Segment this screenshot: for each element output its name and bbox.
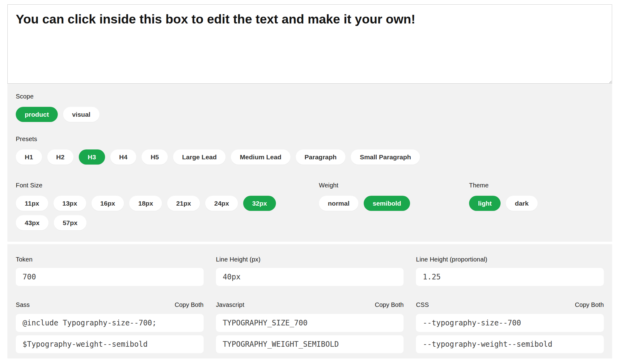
token-column: Token bbox=[16, 256, 204, 286]
font-size-option-57px[interactable]: 57px bbox=[54, 215, 87, 230]
line-height-proportional-column: Line Height (proportional) bbox=[416, 256, 604, 286]
presets-group: Presets H1 H2 H3 H4 H5 Large Lead Medium… bbox=[16, 136, 604, 165]
font-size-option-21px[interactable]: 21px bbox=[167, 196, 200, 211]
font-size-options: 11px 13px 16px 18px 21px 24px 32px 43px … bbox=[16, 196, 312, 230]
preset-option-medium-lead[interactable]: Medium Lead bbox=[231, 149, 290, 165]
css-label: CSS bbox=[416, 301, 429, 308]
css-copy-both-link[interactable]: Copy Both bbox=[575, 301, 604, 308]
font-size-option-24px[interactable]: 24px bbox=[205, 196, 238, 211]
sass-size-code[interactable]: @include Typography-size--700; bbox=[16, 314, 204, 332]
line-height-px-column: Line Height (px) bbox=[216, 256, 404, 286]
sass-label: Sass bbox=[16, 301, 30, 308]
sass-column: Sass Copy Both @include Typography-size-… bbox=[16, 301, 204, 353]
scope-group: Scope product visual bbox=[16, 93, 604, 122]
sass-copy-both-link[interactable]: Copy Both bbox=[175, 301, 203, 308]
preset-option-small-paragraph[interactable]: Small Paragraph bbox=[351, 149, 420, 165]
preset-option-h4[interactable]: H4 bbox=[110, 149, 137, 165]
controls-panel: Scope product visual Presets H1 H2 H3 H4… bbox=[7, 84, 612, 242]
scope-options: product visual bbox=[16, 107, 604, 122]
font-size-option-11px[interactable]: 11px bbox=[16, 196, 48, 211]
token-label: Token bbox=[16, 256, 204, 263]
weight-label: Weight bbox=[319, 182, 469, 189]
javascript-weight-code[interactable]: TYPOGRAPHY_WEIGHT_SEMIBOLD bbox=[216, 335, 404, 353]
line-height-proportional-label: Line Height (proportional) bbox=[416, 256, 604, 263]
theme-option-light[interactable]: light bbox=[469, 196, 501, 211]
preset-option-h2[interactable]: H2 bbox=[47, 149, 74, 165]
preset-option-h5[interactable]: H5 bbox=[142, 149, 168, 165]
typography-playground: You can click inside this box to edit th… bbox=[0, 0, 618, 358]
weight-option-semibold[interactable]: semibold bbox=[364, 196, 410, 211]
font-size-label: Font Size bbox=[16, 182, 319, 189]
font-size-option-32px[interactable]: 32px bbox=[243, 196, 276, 211]
sass-weight-code[interactable]: $Typography-weight--semibold bbox=[16, 335, 204, 353]
code-row: Sass Copy Both @include Typography-size-… bbox=[16, 301, 604, 353]
preset-option-large-lead[interactable]: Large Lead bbox=[173, 149, 226, 165]
line-height-proportional-input[interactable] bbox=[416, 268, 604, 286]
css-size-code[interactable]: --typography-size--700 bbox=[416, 314, 604, 332]
theme-label: Theme bbox=[469, 182, 604, 189]
presets-options: H1 H2 H3 H4 H5 Large Lead Medium Lead Pa… bbox=[16, 149, 604, 165]
css-column: CSS Copy Both --typography-size--700 --t… bbox=[416, 301, 604, 353]
scope-option-visual[interactable]: visual bbox=[63, 107, 99, 122]
outputs-panel: Token Line Height (px) Line Height (prop… bbox=[7, 244, 612, 358]
font-size-option-18px[interactable]: 18px bbox=[129, 196, 162, 211]
preset-option-h3[interactable]: H3 bbox=[79, 149, 105, 165]
line-height-px-label: Line Height (px) bbox=[216, 256, 404, 263]
weight-options: normal semibold bbox=[319, 196, 469, 211]
preview-textarea[interactable]: You can click inside this box to edit th… bbox=[7, 4, 612, 84]
weight-option-normal[interactable]: normal bbox=[319, 196, 358, 211]
scope-label: Scope bbox=[16, 93, 604, 100]
font-size-option-43px[interactable]: 43px bbox=[16, 215, 49, 230]
preset-option-h1[interactable]: H1 bbox=[16, 149, 42, 165]
token-input[interactable] bbox=[16, 268, 204, 286]
javascript-size-code[interactable]: TYPOGRAPHY_SIZE_700 bbox=[216, 314, 404, 332]
token-row: Token Line Height (px) Line Height (prop… bbox=[16, 256, 604, 286]
theme-option-dark[interactable]: dark bbox=[506, 196, 537, 211]
scope-option-product[interactable]: product bbox=[16, 107, 58, 122]
line-height-px-input[interactable] bbox=[216, 268, 404, 286]
javascript-column: Javascript Copy Both TYPOGRAPHY_SIZE_700… bbox=[216, 301, 404, 353]
css-weight-code[interactable]: --typography-weight--semibold bbox=[416, 335, 604, 353]
font-controls-row: Font Size 11px 13px 16px 18px 21px 24px … bbox=[16, 182, 604, 230]
theme-group: Theme light dark bbox=[469, 182, 604, 230]
font-size-option-16px[interactable]: 16px bbox=[91, 196, 124, 211]
weight-group: Weight normal semibold bbox=[319, 182, 469, 230]
theme-options: light dark bbox=[469, 196, 604, 211]
font-size-group: Font Size 11px 13px 16px 18px 21px 24px … bbox=[16, 182, 319, 230]
font-size-option-13px[interactable]: 13px bbox=[53, 196, 86, 211]
presets-label: Presets bbox=[16, 136, 604, 143]
javascript-copy-both-link[interactable]: Copy Both bbox=[375, 301, 404, 308]
preset-option-paragraph[interactable]: Paragraph bbox=[296, 149, 346, 165]
javascript-label: Javascript bbox=[216, 301, 244, 308]
